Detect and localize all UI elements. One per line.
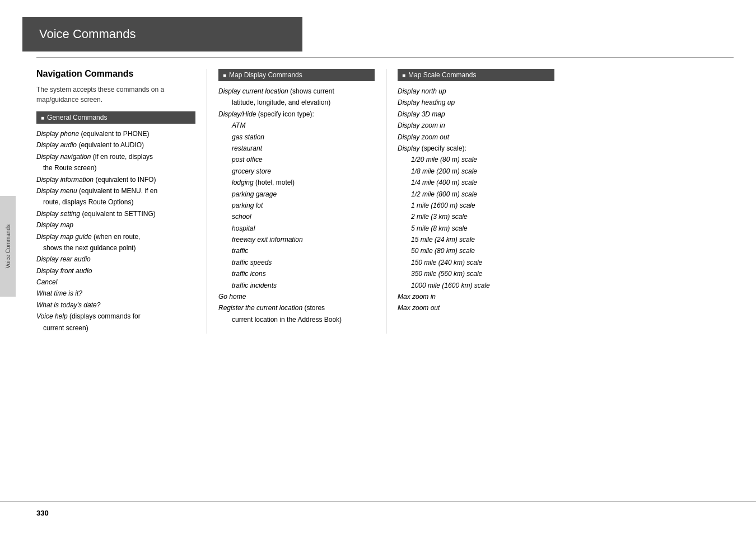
header-rule: [36, 57, 734, 58]
page-title: Voice Commands: [39, 27, 136, 41]
list-item: Display/Hide (specify icon type):: [218, 109, 375, 120]
list-item: gas station: [218, 132, 375, 143]
sidebar-tab: Voice Commands: [0, 196, 16, 297]
col-navigation: Navigation Commands The system accepts t…: [36, 69, 207, 334]
list-item: lodging (hotel, motel): [218, 177, 375, 188]
general-commands-list: Display phone (equivalent to PHONE) Disp…: [36, 128, 195, 334]
list-item: Display navigation (if en route, display…: [36, 151, 195, 174]
map-display-label: Map Display Commands: [229, 71, 302, 79]
list-item: Display rear audio: [36, 254, 195, 265]
nav-intro: The system accepts these commands on a m…: [36, 85, 195, 105]
list-item: 1/8 mile (200 m) scale: [398, 166, 554, 177]
list-item: traffic incidents: [218, 280, 375, 291]
list-item: Display current location (shows currentl…: [218, 86, 375, 109]
list-item: Display map: [36, 219, 195, 231]
nav-section-title: Navigation Commands: [36, 69, 195, 79]
list-item: 1/4 mile (400 m) scale: [398, 177, 554, 188]
map-scale-label: Map Scale Commands: [408, 71, 476, 79]
list-item: Display zoom out: [398, 132, 554, 143]
list-item: Display 3D map: [398, 109, 554, 120]
list-item: school: [218, 211, 375, 222]
list-item: ATM: [218, 120, 375, 131]
list-item: Display map guide (when en route,shows t…: [36, 231, 195, 254]
list-item: Display information (equivalent to INFO): [36, 174, 195, 185]
map-scale-list: Display north up Display heading up Disp…: [398, 86, 554, 314]
list-item: 1/20 mile (80 m) scale: [398, 154, 554, 165]
list-item: 15 mile (24 km) scale: [398, 234, 554, 245]
list-item: What time is it?: [36, 288, 195, 299]
list-item: traffic speeds: [218, 257, 375, 268]
list-item: 150 mile (240 km) scale: [398, 257, 554, 268]
list-item: Go home: [218, 291, 375, 302]
list-item: Display north up: [398, 86, 554, 97]
list-item: restaurant: [218, 143, 375, 154]
list-item: 1/2 mile (800 m) scale: [398, 189, 554, 200]
list-item: Display audio (equivalent to AUDIO): [36, 139, 195, 151]
list-item: parking garage: [218, 189, 375, 200]
list-item: traffic icons: [218, 268, 375, 279]
page-header-box: Voice Commands: [22, 17, 302, 51]
col-map-display: ■ Map Display Commands Display current l…: [207, 69, 386, 334]
list-item: Display phone (equivalent to PHONE): [36, 128, 195, 139]
list-item: Register the current location (storescur…: [218, 302, 375, 325]
map-scale-header: ■ Map Scale Commands: [398, 69, 554, 81]
list-item: 1 mile (1600 m) scale: [398, 200, 554, 211]
general-commands-label: General Commands: [47, 114, 107, 121]
map-display-icon: ■: [223, 72, 226, 78]
map-display-list: Display current location (shows currentl…: [218, 86, 375, 325]
list-item: Display (specify scale):: [398, 143, 554, 154]
general-commands-icon: ■: [41, 115, 44, 121]
map-display-header: ■ Map Display Commands: [218, 69, 375, 81]
general-commands-header: ■ General Commands: [36, 111, 195, 124]
list-item: freeway exit information: [218, 234, 375, 245]
list-item: post office: [218, 154, 375, 165]
list-item: 50 mile (80 km) scale: [398, 245, 554, 256]
list-item: Cancel: [36, 277, 195, 288]
list-item: Display zoom in: [398, 120, 554, 131]
sidebar-label: Voice Commands: [5, 224, 11, 268]
list-item: Display front audio: [36, 265, 195, 277]
bottom-rule: [0, 501, 756, 502]
list-item: What is today's date?: [36, 299, 195, 311]
page-number: 330: [36, 509, 49, 517]
list-item: 2 mile (3 km) scale: [398, 211, 554, 222]
list-item: 350 mile (560 km) scale: [398, 268, 554, 279]
list-item: Display heading up: [398, 97, 554, 108]
list-item: Voice help (displays commands forcurrent…: [36, 311, 195, 334]
list-item: 5 mile (8 km) scale: [398, 223, 554, 234]
map-scale-icon: ■: [402, 72, 405, 78]
list-item: traffic: [218, 245, 375, 256]
list-item: 1000 mile (1600 km) scale: [398, 280, 554, 291]
content-columns: Navigation Commands The system accepts t…: [36, 69, 734, 334]
list-item: parking lot: [218, 200, 375, 211]
list-item: Max zoom out: [398, 302, 554, 313]
list-item: Max zoom in: [398, 291, 554, 302]
list-item: grocery store: [218, 166, 375, 177]
list-item: Display setting (equivalent to SETTING): [36, 208, 195, 219]
list-item: hospital: [218, 223, 375, 234]
col-map-scale: ■ Map Scale Commands Display north up Di…: [386, 69, 566, 334]
list-item: Display menu (equivalent to MENU. if enr…: [36, 185, 195, 208]
